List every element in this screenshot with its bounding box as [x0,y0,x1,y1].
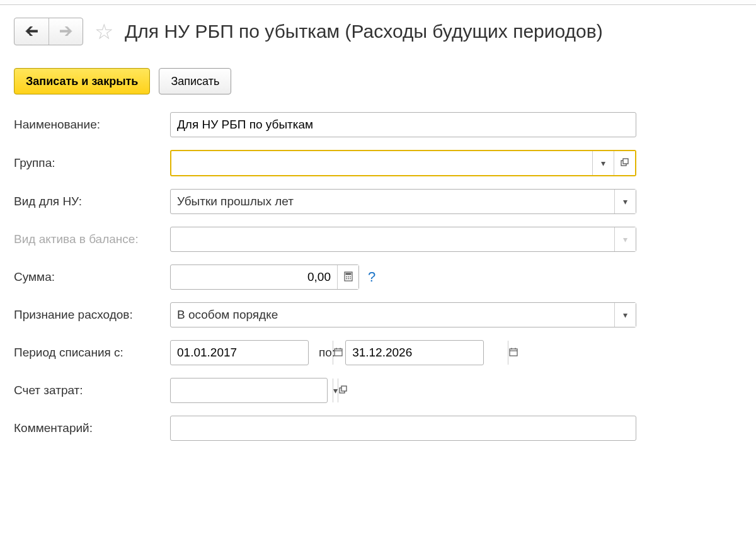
comment-input[interactable] [171,416,636,440]
svg-point-5 [348,276,349,277]
row-nu-type: Вид для НУ: Убытки прошлых лет ▾ [14,189,742,214]
chevron-down-icon: ▾ [601,158,605,168]
page-title: Для НУ РБП по убыткам (Расходы будущих п… [125,21,603,42]
sum-field [170,264,359,290]
recognition-input[interactable]: В особом порядке [171,303,614,327]
label-sum: Сумма: [14,270,170,284]
cost-account-field: ▾ [170,378,328,403]
form-page: 🡨 🡪 ☆ Для НУ РБП по убыткам (Расходы буд… [0,5,756,466]
chevron-down-icon: ▾ [623,234,627,244]
arrow-left-icon: 🡨 [25,23,38,40]
calendar-icon [508,347,518,359]
save-and-close-button[interactable]: Записать и закрыть [14,68,150,94]
label-nu-type: Вид для НУ: [14,195,170,208]
nav-forward-button[interactable]: 🡪 [49,18,83,45]
label-comment: Комментарий: [14,421,170,435]
asset-type-dropdown-button: ▾ [614,227,636,251]
row-comment: Комментарий: [14,416,742,441]
period-from-field [170,340,309,365]
group-dropdown-button[interactable]: ▾ [592,151,614,175]
label-asset-type: Вид актива в балансе: [14,232,170,246]
chevron-down-icon: ▾ [623,310,627,320]
svg-rect-14 [510,349,517,356]
nav-buttons: 🡨 🡪 [14,18,83,45]
svg-rect-1 [623,159,628,164]
label-name: Наименование: [14,118,170,132]
open-icon [620,157,630,169]
period-to-input[interactable] [346,341,508,365]
label-period-from: Период списания с: [14,346,170,360]
label-cost-account: Счет затрат: [14,384,170,397]
period-to-calendar-button[interactable] [508,341,518,365]
arrow-right-icon: 🡪 [59,23,73,40]
nu-type-dropdown-button[interactable]: ▾ [614,190,636,213]
row-name: Наименование: [14,112,742,137]
label-group: Группа: [14,156,170,170]
cost-account-input[interactable] [171,378,333,402]
nav-back-button[interactable]: 🡨 [14,18,49,45]
header: 🡨 🡪 ☆ Для НУ РБП по убыткам (Расходы буд… [14,18,742,45]
chevron-down-icon: ▾ [623,196,627,207]
save-button[interactable]: Записать [159,68,231,94]
period-to-field [345,340,484,365]
svg-rect-19 [341,386,346,391]
recognition-dropdown-button[interactable]: ▾ [614,303,636,327]
svg-point-4 [346,276,347,277]
svg-rect-3 [345,273,351,275]
recognition-field: В особом порядке ▾ [170,302,636,327]
row-group: Группа: ▾ [14,150,742,176]
calculator-icon [343,271,353,283]
nu-type-field: Убытки прошлых лет ▾ [170,189,636,214]
row-recognition: Признание расходов: В особом порядке ▾ [14,302,742,327]
asset-type-field: ▾ [170,227,636,252]
sum-input[interactable] [171,265,337,289]
label-period-to: по: [309,346,345,360]
toolbar: Записать и закрыть Записать [14,68,742,94]
nu-type-input[interactable]: Убытки прошлых лет [171,190,614,213]
cost-account-dropdown-button[interactable]: ▾ [333,378,338,402]
name-field [170,112,636,137]
group-open-button[interactable] [614,151,635,175]
sum-calc-button[interactable] [337,265,358,289]
svg-point-7 [346,278,347,279]
row-cost-account: Счет затрат: ▾ [14,378,742,403]
chevron-down-icon: ▾ [333,385,338,395]
row-asset-type: Вид актива в балансе: ▾ [14,227,742,252]
favorite-star-icon[interactable]: ☆ [94,21,113,42]
group-field: ▾ [170,150,636,176]
open-icon [338,385,348,397]
svg-point-8 [348,278,349,279]
svg-point-9 [350,278,351,279]
name-input[interactable] [171,113,636,137]
sum-help-button[interactable]: ? [368,269,375,285]
asset-type-input [171,227,614,251]
label-recognition: Признание расходов: [14,308,170,322]
tabs-strip [0,0,756,5]
group-input[interactable] [171,151,592,175]
svg-point-6 [350,276,351,277]
comment-field [170,416,636,441]
cost-account-open-button[interactable] [338,378,348,402]
row-period: Период списания с: по: [14,340,742,365]
row-sum: Сумма: ? [14,264,742,290]
